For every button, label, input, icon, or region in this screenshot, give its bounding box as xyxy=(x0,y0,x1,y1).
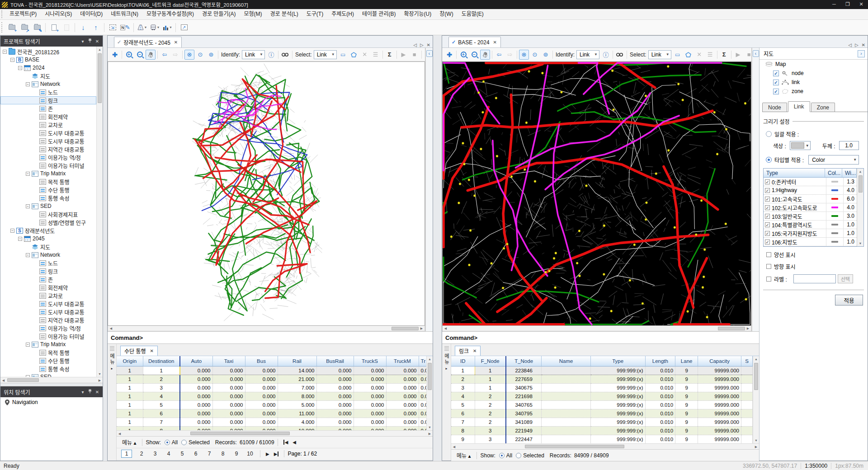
edit-network-button[interactable]: N✎ xyxy=(119,22,131,33)
refresh-extent-button[interactable]: ⊗ xyxy=(519,50,529,60)
menu-item-5[interactable]: 경로 만들기(A) xyxy=(198,9,240,19)
copy-document-button[interactable] xyxy=(61,22,72,33)
table-cell[interactable]: 21.000 xyxy=(278,375,316,383)
table-cell[interactable]: 8.000 xyxy=(278,392,316,400)
dropdown-arrow-icon[interactable]: ▾ xyxy=(170,25,171,29)
import-button[interactable]: ↓ xyxy=(77,22,89,33)
table-cell[interactable] xyxy=(542,366,590,375)
table-cell[interactable] xyxy=(542,400,590,409)
type-row[interactable]: ✓101:고속국도6.0 xyxy=(764,195,857,203)
vertical-splitter[interactable] xyxy=(103,35,107,461)
tree-vertical-scrollbar[interactable]: ▲ ▼ xyxy=(96,47,103,377)
table-cell[interactable]: 99999.000 xyxy=(698,366,741,375)
select-polygon-button[interactable] xyxy=(684,50,693,60)
table-row[interactable]: 62340795999:999:(x)0.010999999.000 xyxy=(451,409,753,418)
color-dropdown[interactable]: ▼ xyxy=(790,141,811,150)
tree-expander-icon[interactable]: − xyxy=(3,50,7,54)
table-cell[interactable]: 0.000 xyxy=(180,392,212,400)
column-header-Type[interactable]: Type xyxy=(590,356,645,366)
page-button-2[interactable]: 2 xyxy=(135,451,148,457)
close-icon[interactable]: ✕ xyxy=(150,348,154,353)
tree-expander-icon[interactable]: − xyxy=(26,82,30,86)
run-forward-button[interactable]: ▶ xyxy=(399,50,409,60)
column-header-T_Node[interactable]: T_Node xyxy=(506,356,542,366)
table-cell[interactable]: 999:999:(x) xyxy=(590,426,645,435)
edit-project-button[interactable]: ✎ xyxy=(31,22,43,33)
type-row[interactable]: ✓102:도시고속화도로4.0 xyxy=(764,203,857,212)
menu-item-10[interactable]: 테이블 관리(B) xyxy=(358,9,400,19)
table-cell[interactable] xyxy=(542,418,590,426)
scroll-right-icon[interactable]: ▶ xyxy=(97,377,103,383)
table-cell[interactable]: 0.000 xyxy=(212,375,245,383)
tree-item[interactable]: 도시부 대중교통 xyxy=(0,308,96,316)
pin-icon[interactable] xyxy=(86,389,94,395)
table-tab[interactable]: 링크✕ xyxy=(455,346,481,356)
locate-button[interactable]: ⊙ xyxy=(530,50,540,60)
table-cell[interactable]: 0.000 xyxy=(316,426,354,430)
locate-button[interactable]: ⊙ xyxy=(195,50,205,60)
table-cell[interactable]: 0.000 xyxy=(212,418,245,426)
table-cell[interactable]: 6 xyxy=(451,409,475,418)
type-row[interactable]: ✓105:국가지원지방도1.0 xyxy=(764,229,857,238)
table-row[interactable]: 140.0000.0000.0008.0000.0000.0000.0000.0… xyxy=(117,392,426,400)
table-panel-handle[interactable]: 메뉴▸ xyxy=(442,344,451,461)
table-cell[interactable]: 0.010 xyxy=(645,418,675,426)
type-width-value[interactable]: 4.0 xyxy=(843,186,857,194)
menu-item-7[interactable]: 경로 분석(L) xyxy=(266,9,302,19)
table-cell[interactable]: 4.000 xyxy=(278,418,316,426)
table-row[interactable]: 11223846999:999:(x)0.010999999.000 xyxy=(451,366,753,375)
table-cell[interactable]: 99999.000 xyxy=(698,418,741,426)
column-header-Destination[interactable]: Destination xyxy=(143,356,180,366)
apply-button[interactable]: 적용 xyxy=(835,295,863,306)
statistics-button[interactable]: Σ xyxy=(385,50,395,60)
table-cell[interactable]: 2 xyxy=(451,375,475,383)
tree-item[interactable]: 지역간 대중교통 xyxy=(0,316,96,324)
selection-list-button[interactable]: ☰ xyxy=(371,50,381,60)
column-header-Tr[interactable]: Tr xyxy=(419,356,426,366)
statistics-button[interactable]: Σ xyxy=(719,50,729,60)
table-cell[interactable]: 6 xyxy=(143,409,180,418)
table-cell[interactable] xyxy=(542,392,590,400)
clear-selection-button[interactable]: ✕ xyxy=(694,50,704,60)
table-row[interactable]: 52340765999:999:(x)0.010999999.000 xyxy=(451,400,753,409)
tree-item[interactable]: 노드 xyxy=(0,259,96,267)
table-cell[interactable] xyxy=(741,366,752,375)
column-header-Name[interactable]: Name xyxy=(542,356,590,366)
table-cell[interactable]: 9 xyxy=(451,435,475,443)
tree-item[interactable]: 존 xyxy=(0,275,96,283)
column-header-Auto[interactable]: Auto xyxy=(180,356,212,366)
table-cell[interactable]: 99999.000 xyxy=(698,392,741,400)
page-button-7[interactable]: 7 xyxy=(203,451,216,457)
table-horizontal-scrollbar[interactable]: ◀▶ xyxy=(117,430,433,436)
table-cell[interactable]: 999:999:(x) xyxy=(590,409,645,418)
tab-scroll-right-icon[interactable]: ▷ xyxy=(855,42,859,47)
expand-arrow-icon[interactable]: ▸ xyxy=(111,367,113,371)
tree-item[interactable]: 지역간 대중교통 xyxy=(0,145,96,153)
table-cell[interactable]: 0.000 xyxy=(419,366,426,375)
table-cell[interactable]: 9 xyxy=(675,383,698,392)
style-attribute-dropdown[interactable]: Color▼ xyxy=(808,155,859,164)
collapse-panel-button[interactable]: ‹ xyxy=(426,50,433,57)
table-cell[interactable]: 10.000 xyxy=(278,426,316,430)
clear-selection-button[interactable]: ✕ xyxy=(360,50,370,60)
run-forward-button[interactable]: ▶ xyxy=(733,50,743,60)
table-cell[interactable]: 0.010 xyxy=(645,383,675,392)
menu-item-1[interactable]: 시나리오(S) xyxy=(41,9,76,19)
scroll-up-icon[interactable]: ▲ xyxy=(427,356,433,362)
next-page-button[interactable]: ▶ xyxy=(266,451,269,456)
map-extent-button[interactable]: ⇲ xyxy=(107,22,118,33)
table-cell[interactable]: 0.000 xyxy=(316,418,354,426)
table-cell[interactable] xyxy=(741,418,752,426)
transit-tool-button[interactable]: ▾ xyxy=(149,22,160,33)
zoom-out-button[interactable]: − xyxy=(135,50,145,60)
type-checkbox[interactable]: ✓ xyxy=(765,231,770,236)
tree-item[interactable]: −BBASE xyxy=(0,56,96,64)
page-button-10[interactable]: 10 xyxy=(243,451,257,457)
table-cell[interactable]: 0.000 xyxy=(354,366,386,375)
tab-close-icon[interactable]: ✕ xyxy=(427,42,430,47)
table-cell[interactable]: 340765 xyxy=(506,400,542,409)
table-cell[interactable]: 0.000 xyxy=(212,426,245,430)
table-row[interactable]: 110.0000.0000.00014.0000.0000.0000.0000.… xyxy=(117,366,426,375)
table-cell[interactable]: 1 xyxy=(451,366,475,375)
table-cell[interactable]: 0.000 xyxy=(316,366,354,375)
